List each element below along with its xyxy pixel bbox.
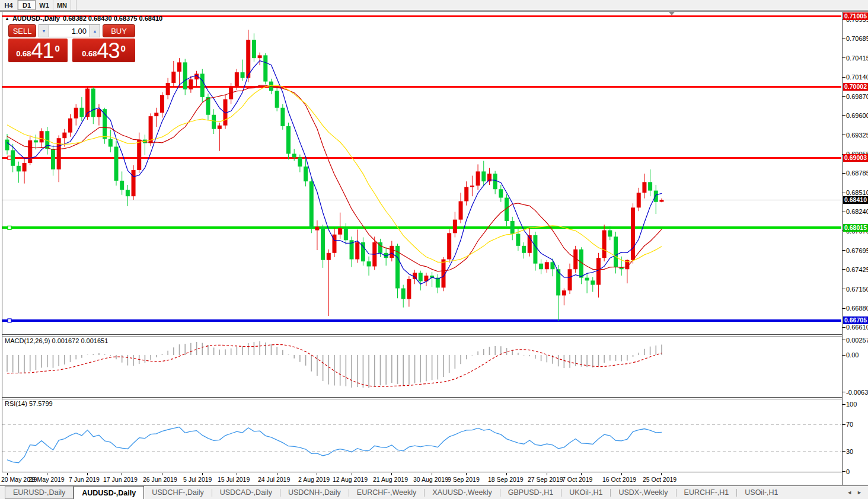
- price-axis-badge: 0.66705: [843, 316, 868, 324]
- candle-body: [40, 131, 44, 142]
- candle-body: [447, 233, 451, 259]
- ask-price-button[interactable]: 0.68430: [72, 39, 135, 62]
- trendline-handle[interactable]: [8, 156, 11, 159]
- candle-body: [154, 113, 158, 116]
- candle-body: [62, 133, 66, 139]
- candle-body: [166, 83, 170, 95]
- candle-body: [120, 181, 124, 190]
- macd-indicator-label: MACD(12,26,9) 0.001672 0.001651: [5, 337, 108, 344]
- candle-body: [292, 153, 296, 157]
- candle-body: [453, 220, 457, 233]
- date-axis-label: 24 Jul 2019: [258, 476, 290, 483]
- candle-body: [522, 246, 526, 253]
- chart-tab-bar: EURUSD-,DailyAUDUSD-,DailyUSDCHF-,DailyU…: [0, 485, 868, 499]
- chart-canvas[interactable]: [0, 0, 868, 499]
- one-click-trading-panel: SELL ▼ ▲ BUY 0.68410 0.68430: [8, 24, 135, 62]
- rsi-axis-tick: 70: [846, 421, 853, 428]
- rsi-line: [7, 427, 662, 463]
- candle-body: [97, 109, 101, 117]
- ask-pip-digit: 0: [121, 39, 126, 59]
- date-axis-label: 12 Aug 2019: [333, 476, 368, 483]
- chart-tab-usdx-weekly[interactable]: USDX-,Weekly: [611, 486, 675, 499]
- candle-body: [648, 182, 652, 190]
- candle-body: [493, 174, 497, 189]
- macd-axis-tick: 0.00: [846, 351, 859, 359]
- volume-input[interactable]: [49, 25, 90, 37]
- date-axis-label: 26 Jun 2019: [143, 476, 177, 483]
- chart-tab-eurchf-weekly[interactable]: EURCHF-,Weekly: [349, 486, 424, 499]
- price-axis-tick: 0.67150: [846, 286, 868, 293]
- chart-tab-ukoil-h1[interactable]: UKOil-,H1: [561, 486, 610, 499]
- sell-button[interactable]: SELL: [8, 24, 36, 37]
- candle-body: [57, 138, 61, 169]
- price-axis-tick: 0.70140: [846, 73, 868, 81]
- candle-body: [5, 140, 9, 151]
- candle-body: [235, 72, 239, 87]
- chart-tab-usdcad-daily[interactable]: USDCAD-,Daily: [212, 486, 280, 499]
- price-axis-badge: 0.70002: [843, 83, 868, 91]
- candle-body: [275, 91, 279, 108]
- candle-body: [407, 279, 411, 299]
- price-axis-tick: 0.70685: [846, 35, 868, 42]
- date-axis-label: 27 Sep 2019: [528, 476, 563, 483]
- chart-tab-gbpusd-h1[interactable]: GBPUSD-,H1: [500, 486, 561, 499]
- candle-body: [34, 140, 38, 143]
- candle-body: [614, 236, 618, 267]
- volume-increase-icon[interactable]: ▲: [90, 25, 100, 37]
- price-axis-badge: 0.68015: [843, 224, 868, 232]
- candle-body: [74, 108, 78, 119]
- chart-tab-usdchf-daily[interactable]: USDCHF-,Daily: [144, 486, 212, 499]
- bid-price-button[interactable]: 0.68410: [8, 39, 68, 62]
- candle-body: [114, 147, 118, 181]
- candle-body: [327, 253, 331, 260]
- chart-title: ▲ AUDUSD-,Daily 0.68382 0.68430 0.68375 …: [5, 15, 162, 22]
- candle-body: [241, 72, 245, 78]
- candle-body: [286, 126, 291, 154]
- price-axis-tick: 0.70415: [846, 55, 868, 62]
- buy-button[interactable]: BUY: [103, 24, 135, 37]
- trendline-handle[interactable]: [8, 226, 11, 229]
- candle-body: [355, 242, 359, 260]
- candle-body: [510, 221, 515, 234]
- chart-tab-eurusd-daily[interactable]: EURUSD-,Daily: [5, 486, 74, 499]
- candle-body: [304, 167, 308, 181]
- ask-prefix: 0.68: [82, 48, 97, 60]
- chart-tab-eurchf-h1[interactable]: EURCHF-,H1: [676, 486, 737, 499]
- candle-body: [252, 40, 256, 58]
- chart-tab-usdcnh-daily[interactable]: USDCNH-,Daily: [280, 486, 349, 499]
- chart-tab-audusd-daily[interactable]: AUDUSD-,Daily: [74, 486, 144, 499]
- candle-body: [28, 140, 32, 163]
- candle-body: [539, 264, 543, 270]
- candle-body: [108, 139, 113, 146]
- trendline-handle[interactable]: [8, 319, 11, 322]
- volume-decrease-icon[interactable]: ▼: [39, 25, 49, 37]
- candle-body: [177, 62, 181, 72]
- date-axis-label: 7 Jun 2019: [69, 476, 100, 483]
- candle-body: [596, 258, 601, 284]
- chart-tab-xauusd-weekly[interactable]: XAUUSD-,Weekly: [425, 486, 499, 499]
- candle-body: [17, 166, 21, 172]
- chart-tab-usoil-h1[interactable]: USOil-,H1: [737, 486, 786, 499]
- candle-body: [321, 227, 325, 260]
- tab-scroll-right-icon[interactable]: ►: [857, 490, 862, 495]
- rsi-axis-tick: 30: [846, 448, 853, 455]
- price-axis-tick: 0.67425: [846, 266, 868, 273]
- macd-axis-tick: -0.006326: [846, 389, 868, 396]
- price-axis-tick: 0.69600: [846, 112, 868, 119]
- date-axis-label: 29 May 2019: [28, 476, 65, 483]
- rsi-axis-tick: 0: [846, 468, 850, 475]
- candle-body: [23, 163, 27, 171]
- date-axis-label: 2 Aug 2019: [298, 476, 330, 483]
- candle-body: [132, 170, 136, 196]
- symbol-period-label: AUDUSD-,Daily: [12, 15, 60, 22]
- candle-body: [533, 235, 537, 264]
- date-axis-label: 18 Sep 2019: [488, 476, 524, 483]
- ask-big-digits: 43: [97, 42, 119, 60]
- candle-body: [11, 150, 15, 165]
- candle-body: [367, 261, 371, 266]
- candle-body: [200, 73, 205, 97]
- candle-body: [246, 40, 250, 78]
- candle-body: [459, 201, 463, 220]
- chart-shift-marker-icon[interactable]: [669, 12, 675, 15]
- tab-scroll-left-icon[interactable]: ◄: [847, 490, 852, 495]
